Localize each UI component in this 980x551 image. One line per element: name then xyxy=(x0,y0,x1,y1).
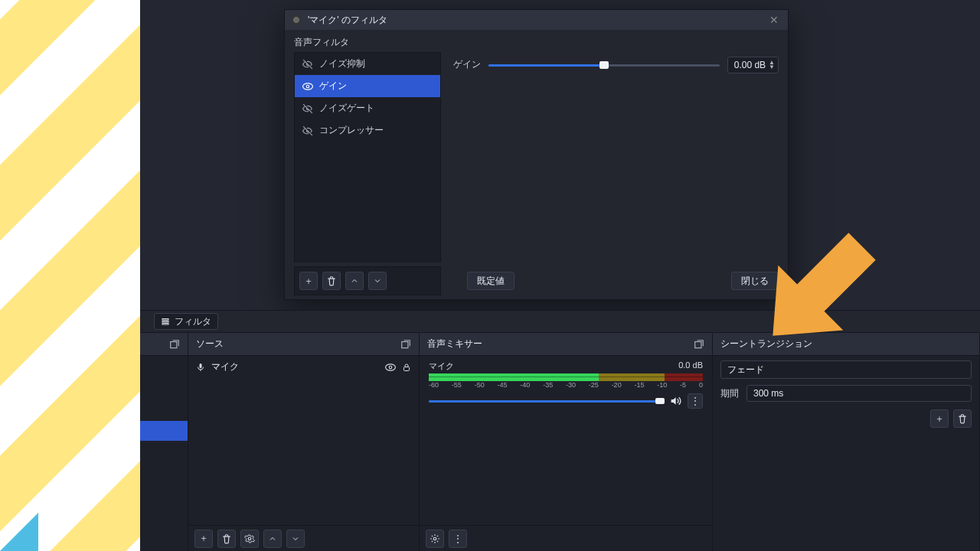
filter-item-noise-gate[interactable]: ノイズゲート xyxy=(295,97,440,119)
filter-item-label: ノイズ抑制 xyxy=(319,57,365,70)
volume-slider[interactable] xyxy=(429,398,663,404)
lock-icon[interactable] xyxy=(402,363,411,372)
gain-value-input[interactable]: 0.00 dB ▲ ▼ xyxy=(727,57,779,73)
tick-label: -15 xyxy=(634,381,644,389)
dock-area: ソース マイク xyxy=(140,333,980,551)
svg-point-0 xyxy=(306,85,309,88)
svg-rect-2 xyxy=(162,319,168,321)
source-label: マイク xyxy=(211,360,239,373)
svg-point-7 xyxy=(389,366,392,369)
duration-value-text: 300 ms xyxy=(753,388,783,399)
filter-icon xyxy=(161,317,170,326)
mixer-channel: マイク 0.0 dB -60 -55 -50 -45 -40 xyxy=(420,356,712,409)
tick-label: -40 xyxy=(520,381,530,389)
filter-item-compressor[interactable]: コンプレッサー xyxy=(295,119,440,142)
dialog-title: 'マイク' のフィルタ xyxy=(308,14,387,27)
channel-db: 0.0 dB xyxy=(678,360,703,372)
tick-label: -60 xyxy=(429,381,439,389)
move-source-down-button[interactable] xyxy=(286,530,305,548)
close-icon[interactable]: ✕ xyxy=(766,14,782,26)
duration-input[interactable]: 300 ms xyxy=(746,385,972,402)
channel-menu-button[interactable]: ⋮ xyxy=(688,393,703,409)
add-filter-button[interactable]: ＋ xyxy=(299,272,318,290)
add-transition-button[interactable]: ＋ xyxy=(930,409,949,428)
spin-buttons[interactable]: ▲ ▼ xyxy=(769,60,775,70)
popout-icon[interactable] xyxy=(694,339,704,350)
svg-point-9 xyxy=(248,537,251,540)
tick-label: -35 xyxy=(543,381,553,389)
speaker-icon[interactable] xyxy=(669,395,681,407)
gain-value-text: 0.00 dB xyxy=(734,60,766,70)
remove-filter-button[interactable] xyxy=(322,272,341,290)
filter-item-label: コンプレッサー xyxy=(319,124,384,137)
svg-rect-3 xyxy=(162,321,168,323)
gain-slider[interactable] xyxy=(488,60,720,72)
close-button[interactable]: 閉じる xyxy=(731,272,779,290)
svg-point-11 xyxy=(433,537,436,540)
sources-dock: ソース マイク xyxy=(188,333,420,551)
duration-label: 期間 xyxy=(720,387,739,400)
visibility-off-icon[interactable] xyxy=(302,59,313,70)
vu-meter: -60 -55 -50 -45 -40 -35 -30 -25 -20 -15 … xyxy=(429,373,703,389)
filters-dialog: 'マイク' のフィルタ ✕ 音声フィルタ ノイズ抑制 xyxy=(284,9,789,300)
filters-chip-label: フィルタ xyxy=(175,315,211,328)
defaults-button[interactable]: 既定値 xyxy=(467,272,514,290)
context-toolbar: フィルタ xyxy=(140,310,980,333)
scenes-dock xyxy=(140,333,188,551)
tick-label: -25 xyxy=(589,381,599,389)
remove-transition-button[interactable] xyxy=(953,409,972,428)
move-filter-up-button[interactable] xyxy=(345,272,364,290)
mic-icon xyxy=(196,363,205,372)
audio-mixer-dock: 音声ミキサー マイク 0.0 dB xyxy=(420,333,713,551)
source-properties-button[interactable] xyxy=(240,530,259,548)
popout-icon[interactable] xyxy=(400,339,411,350)
mixer-title: 音声ミキサー xyxy=(427,337,482,350)
transition-select[interactable]: フェード xyxy=(720,360,972,379)
filter-properties: ゲイン 0.00 dB ▲ ▼ xyxy=(450,52,779,262)
tick-label: -50 xyxy=(475,381,485,389)
gain-label: ゲイン xyxy=(453,57,481,262)
transitions-dock: シーントランジション フェード 期間 300 ms ＋ xyxy=(713,333,980,551)
visibility-off-icon[interactable] xyxy=(302,103,313,114)
svg-rect-8 xyxy=(404,367,410,370)
filter-list-controls: ＋ xyxy=(294,266,441,295)
tick-label: 0 xyxy=(699,381,703,389)
sources-title: ソース xyxy=(196,337,224,350)
filter-item-label: ゲイン xyxy=(319,80,347,93)
popout-icon[interactable] xyxy=(169,339,180,350)
filter-item-label: ノイズゲート xyxy=(319,102,374,115)
filter-item-gain[interactable]: ゲイン xyxy=(295,75,440,97)
selected-scene-row[interactable] xyxy=(140,421,188,441)
channel-name: マイク xyxy=(429,360,454,372)
dialog-titlebar[interactable]: 'マイク' のフィルタ ✕ xyxy=(285,10,788,30)
move-filter-down-button[interactable] xyxy=(368,272,387,290)
accent-triangle xyxy=(0,513,38,551)
svg-rect-5 xyxy=(171,341,177,347)
svg-rect-6 xyxy=(402,341,408,347)
mixer-more-button[interactable]: ⋮ xyxy=(449,530,467,548)
visibility-off-icon[interactable] xyxy=(302,126,313,136)
tick-label: -20 xyxy=(612,381,622,389)
source-row[interactable]: マイク xyxy=(188,356,419,378)
tick-label: -5 xyxy=(680,381,686,389)
filter-list: ノイズ抑制 ゲイン ノイズゲート xyxy=(294,52,441,262)
add-source-button[interactable]: ＋ xyxy=(194,530,213,548)
svg-rect-10 xyxy=(695,341,701,347)
obs-logo-icon xyxy=(291,15,302,25)
tick-label: -10 xyxy=(657,381,667,389)
visibility-on-icon[interactable] xyxy=(302,81,313,92)
obs-window: 'マイク' のフィルタ ✕ 音声フィルタ ノイズ抑制 xyxy=(140,0,980,551)
chevron-down-icon[interactable]: ▼ xyxy=(769,65,775,70)
svg-rect-4 xyxy=(162,324,168,325)
remove-source-button[interactable] xyxy=(217,530,236,548)
advanced-audio-button[interactable] xyxy=(426,530,444,548)
filters-section-label: 音声フィルタ xyxy=(285,30,788,52)
filter-item-noise-suppression[interactable]: ノイズ抑制 xyxy=(295,53,440,75)
transitions-title: シーントランジション xyxy=(720,337,812,350)
filters-chip-button[interactable]: フィルタ xyxy=(154,313,218,330)
tick-label: -30 xyxy=(566,381,576,389)
tick-label: -45 xyxy=(497,381,507,389)
visibility-on-icon[interactable] xyxy=(385,362,396,373)
move-source-up-button[interactable] xyxy=(263,530,282,548)
tick-label: -55 xyxy=(452,381,462,389)
